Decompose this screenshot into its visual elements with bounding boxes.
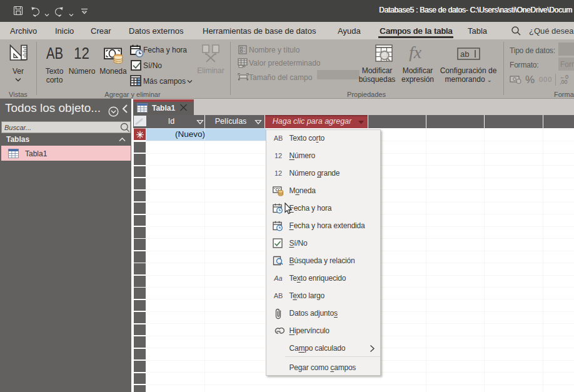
svg-text:ab: ab — [460, 49, 469, 59]
svg-text:fx: fx — [409, 44, 422, 61]
